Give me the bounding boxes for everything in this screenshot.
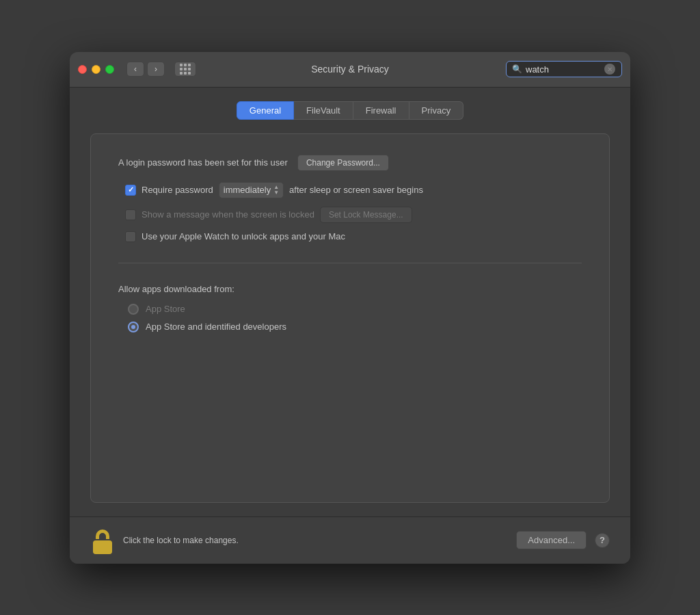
after-sleep-label: after sleep or screen saver begins xyxy=(289,185,423,195)
bottombar: Click the lock to make changes. Advanced… xyxy=(70,516,630,564)
apple-watch-label: Use your Apple Watch to unlock apps and … xyxy=(142,231,345,241)
traffic-lights xyxy=(78,65,114,74)
password-row: A login password has been set for this u… xyxy=(118,155,582,171)
app-store-identified-radio[interactable] xyxy=(128,322,139,332)
apple-watch-row: Use your Apple Watch to unlock apps and … xyxy=(125,231,582,242)
content-area: General FileVault Firewall Privacy A log… xyxy=(70,88,630,516)
require-password-checkbox[interactable] xyxy=(125,185,136,196)
help-button[interactable]: ? xyxy=(595,533,610,548)
search-bar[interactable]: 🔍 ✕ xyxy=(506,61,622,77)
main-window: ‹ › Security & Privacy 🔍 ✕ General FileV… xyxy=(70,52,630,564)
back-button[interactable]: ‹ xyxy=(126,62,144,77)
tab-bar: General FileVault Firewall Privacy xyxy=(90,101,610,120)
grid-view-button[interactable] xyxy=(174,62,196,77)
app-store-identified-label: App Store and identified developers xyxy=(146,322,286,332)
lock-icon[interactable] xyxy=(90,527,115,554)
dropdown-arrows-icon: ▲ ▼ xyxy=(273,185,279,196)
lock-shackle xyxy=(96,529,109,539)
grid-icon xyxy=(180,64,191,75)
show-message-label: Show a message when the screen is locked xyxy=(142,209,314,220)
tab-filevault[interactable]: FileVault xyxy=(294,101,353,120)
advanced-button[interactable]: Advanced... xyxy=(516,531,587,549)
app-store-label: App Store xyxy=(146,304,185,314)
close-button[interactable] xyxy=(78,65,87,74)
allow-apps-section: Allow apps downloaded from: App Store Ap… xyxy=(118,284,582,332)
app-store-radio[interactable] xyxy=(128,304,139,315)
password-label: A login password has been set for this u… xyxy=(118,157,288,168)
minimize-button[interactable] xyxy=(92,65,100,74)
titlebar: ‹ › Security & Privacy 🔍 ✕ xyxy=(70,52,630,88)
search-clear-button[interactable]: ✕ xyxy=(604,64,615,75)
lock-text: Click the lock to make changes. xyxy=(123,536,508,545)
lock-body xyxy=(93,540,112,554)
nav-buttons: ‹ › xyxy=(126,62,165,77)
maximize-button[interactable] xyxy=(105,65,114,74)
window-title: Security & Privacy xyxy=(311,64,389,75)
search-icon: 🔍 xyxy=(512,64,522,74)
show-message-checkbox[interactable] xyxy=(125,209,136,220)
set-lock-message-button[interactable]: Set Lock Message... xyxy=(320,207,412,223)
section-divider xyxy=(118,263,582,263)
tab-general[interactable]: General xyxy=(237,101,294,120)
app-store-identified-radio-row: App Store and identified developers xyxy=(128,322,582,332)
require-password-row: Require password immediately ▲ ▼ after s… xyxy=(125,182,582,198)
app-store-radio-row: App Store xyxy=(128,304,582,315)
change-password-button[interactable]: Change Password... xyxy=(297,155,389,171)
apple-watch-checkbox[interactable] xyxy=(125,231,136,242)
allow-apps-title: Allow apps downloaded from: xyxy=(118,284,582,294)
password-timing-value: immediately xyxy=(224,185,271,195)
search-input[interactable] xyxy=(526,64,601,75)
password-timing-dropdown[interactable]: immediately ▲ ▼ xyxy=(219,182,284,198)
tab-firewall[interactable]: Firewall xyxy=(353,101,409,120)
tab-privacy[interactable]: Privacy xyxy=(409,101,464,120)
show-message-row: Show a message when the screen is locked… xyxy=(125,207,582,223)
settings-panel: A login password has been set for this u… xyxy=(90,133,610,503)
require-password-label: Require password xyxy=(142,185,213,195)
forward-button[interactable]: › xyxy=(147,62,165,77)
